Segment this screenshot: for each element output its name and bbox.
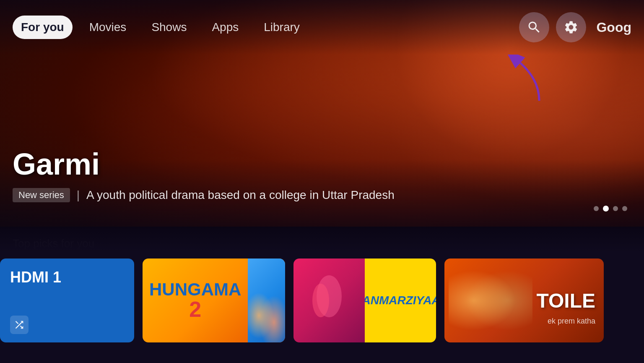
nav-item-library[interactable]: Library (255, 16, 308, 39)
input-icon (13, 319, 25, 331)
dot-1[interactable] (594, 206, 599, 211)
card-hungama2[interactable]: HUNGAMA2 (143, 259, 285, 342)
hungama-number: 2 (149, 298, 241, 320)
hungama-right (248, 259, 285, 342)
dot-4[interactable] (622, 206, 627, 211)
dot-3[interactable] (613, 206, 618, 211)
manm-left (293, 259, 365, 342)
search-button[interactable] (519, 12, 549, 42)
hero-dots-indicator (594, 206, 627, 212)
nav-items: For you Movies Shows Apps Library (13, 16, 519, 39)
manm-figure (308, 267, 350, 334)
nav-right-controls: Goog (519, 12, 631, 42)
mid-transition (0, 227, 644, 252)
picks-cards-row: HDMI 1 HUNGAMA2 (0, 259, 644, 342)
card-hdmi1[interactable]: HDMI 1 (0, 259, 134, 342)
nav-item-for-you[interactable]: For you (13, 16, 73, 39)
dot-2[interactable] (603, 206, 609, 212)
hero-badge: New series (13, 188, 70, 202)
hero-description: A youth political drama based on a colle… (86, 188, 395, 202)
hungama-logo: HUNGAMA2 (149, 281, 241, 320)
arrow-annotation (501, 55, 552, 107)
nav-item-movies[interactable]: Movies (81, 16, 135, 39)
hdmi-title: HDMI 1 (10, 269, 124, 286)
manmarziyaan-title: MANMARZIYAAN (352, 294, 436, 307)
nav-item-apps[interactable]: Apps (203, 16, 247, 39)
svg-point-2 (312, 284, 329, 317)
arrow-svg (501, 55, 552, 105)
toilet-subtitle: ek prem katha (548, 317, 595, 326)
settings-button[interactable] (556, 12, 586, 42)
hero-separator: | (77, 188, 80, 202)
people-silhouette (248, 275, 285, 342)
hero-title: Garmi (13, 147, 631, 181)
search-icon (527, 20, 542, 35)
top-navigation: For you Movies Shows Apps Library Goog (0, 0, 644, 55)
card-manmarziyaan[interactable]: MANMARZIYAAN (293, 259, 436, 342)
card-toilet[interactable]: TOILE ek prem katha (444, 259, 604, 342)
nav-item-shows[interactable]: Shows (143, 16, 195, 39)
toilet-title: TOILE (537, 289, 595, 312)
manm-right: MANMARZIYAAN (365, 259, 436, 342)
bridal-figures (449, 259, 532, 342)
hero-subtitle: New series | A youth political drama bas… (13, 188, 631, 202)
google-account-text[interactable]: Goog (596, 20, 631, 35)
hdmi-icon (10, 316, 29, 334)
hungama-left: HUNGAMA2 (143, 259, 248, 342)
settings-icon (564, 20, 579, 35)
hero-content: Garmi New series | A youth political dra… (0, 147, 644, 207)
